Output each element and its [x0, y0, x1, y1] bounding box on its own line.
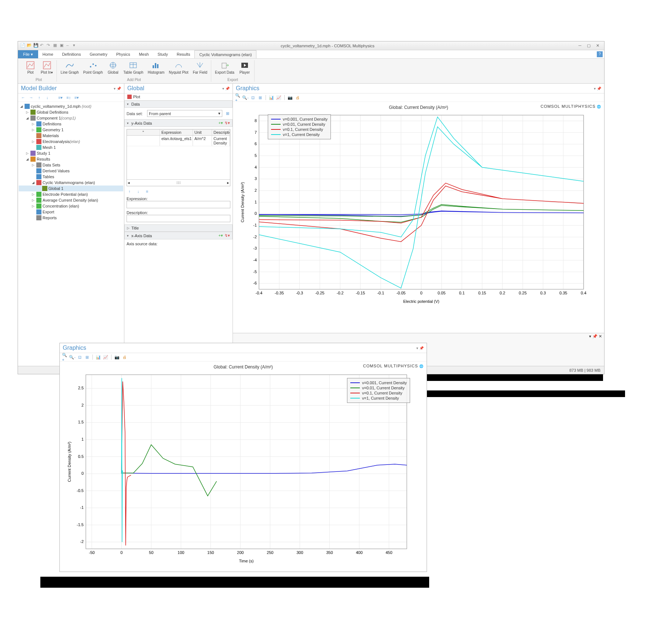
camera-icon: 📷: [114, 354, 120, 360]
ribbon-player[interactable]: Player: [238, 60, 251, 75]
svg-text:2: 2: [81, 403, 84, 407]
menu-results[interactable]: Results: [172, 50, 195, 58]
titlebar: 📄📂💾↶↷▦▣–▾ cyclic_voltammetry_1d.mph - CO…: [18, 41, 604, 50]
move-up-icon[interactable]: ↑: [127, 188, 132, 194]
svg-text:7: 7: [255, 130, 257, 135]
ribbon-histogram[interactable]: Histogram: [147, 60, 165, 75]
window-controls[interactable]: ─▢✕: [576, 43, 602, 48]
svg-text:-0.1: -0.1: [377, 291, 384, 295]
watermark: COMSOL MULTIPHYSICS 🌐: [363, 364, 424, 368]
chart-icon: 📊: [269, 95, 274, 100]
pin-icon[interactable]: ▾ 📌: [594, 87, 601, 91]
main-content: Model Builder▾ 📌 ←→↑↓ ≡▾≡↕≡▾ ◢cyclic_vol…: [18, 84, 604, 366]
help-icon[interactable]: ?: [597, 51, 603, 57]
svg-text:4: 4: [255, 165, 257, 169]
print-icon: 🖨: [121, 354, 127, 360]
dataset-combo[interactable]: From parent▾: [147, 110, 222, 117]
tree-node[interactable]: ◢Results: [19, 156, 123, 162]
pin-icon[interactable]: ▾ 📌: [416, 346, 424, 350]
tree-node[interactable]: Materials: [19, 133, 123, 139]
quick-access-toolbar[interactable]: 📄📂💾↶↷▦▣–▾: [20, 43, 80, 49]
decorative-bar: [427, 374, 603, 381]
tree-node[interactable]: ◢Component 1 (comp1): [19, 115, 123, 121]
menu-definitions[interactable]: Definitions: [58, 50, 85, 58]
file-menu[interactable]: File ▾: [18, 50, 38, 58]
menu-physics[interactable]: Physics: [112, 50, 135, 58]
list-icon: ≡▾: [74, 95, 80, 100]
yaxis-table[interactable]: "ExpressionUnitDescription elan.itotavg_…: [127, 129, 230, 186]
section-yaxis[interactable]: ▾y-Axis Data +▾↯▾: [124, 119, 233, 127]
floating-plot[interactable]: COMSOL MULTIPHYSICS 🌐 Global: Current De…: [60, 361, 427, 572]
svg-text:0.5: 0.5: [78, 454, 84, 459]
model-builder-toolbar[interactable]: ←→↑↓ ≡▾≡↕≡▾: [18, 93, 124, 102]
tree-node[interactable]: ▷Data Sets: [19, 162, 123, 168]
tree-node[interactable]: ▷Average Current Density (elan): [19, 197, 123, 203]
menu-home[interactable]: Home: [38, 50, 58, 58]
delete-icon[interactable]: ≡: [144, 188, 150, 194]
svg-text:0: 0: [81, 471, 84, 476]
floating-toolbar[interactable]: 🔍+🔍-⊡⊞ 📊📈 📷🖨: [60, 353, 427, 361]
section-data[interactable]: ▾Data: [124, 100, 233, 108]
tree-node[interactable]: ▷Study 1: [19, 150, 123, 156]
svg-text:Electric potential (V): Electric potential (V): [403, 299, 439, 304]
ribbon-export-data[interactable]: Export Data: [214, 60, 235, 75]
window-title: cyclic_voltammetry_1d.mph - COMSOL Multi…: [80, 44, 576, 48]
menu-geometry[interactable]: Geometry: [85, 50, 112, 58]
model-tree[interactable]: ◢cyclic_voltammetry_1d.mph (root) ▷Globa…: [18, 102, 124, 366]
ribbon: Plot Plot In▾ Plot Line Graph Point Grap…: [18, 59, 604, 84]
ribbon-plot-button[interactable]: Plot: [24, 60, 37, 75]
menu-mesh[interactable]: Mesh: [135, 50, 153, 58]
graphics-toolbar[interactable]: 🔍+🔍-⊡⊞ 📊📈 📷🖨: [233, 93, 604, 102]
tree-node[interactable]: ▷Global Definitions: [19, 109, 123, 115]
ribbon-nyquist[interactable]: Nyquist Plot: [168, 60, 189, 75]
pin-icon[interactable]: ▾ 📌: [114, 87, 121, 91]
move-down-icon[interactable]: ↓: [135, 188, 141, 194]
description-input[interactable]: [127, 215, 230, 222]
tree-node[interactable]: ▷Concentration (elan): [19, 203, 123, 209]
tree-node[interactable]: Mesh 1: [19, 144, 123, 150]
tree-node[interactable]: Global 1: [19, 186, 123, 191]
svg-text:100: 100: [178, 550, 184, 555]
bottom-panel-controls[interactable]: ▾ 📌 ✕: [589, 334, 602, 365]
svg-text:-0.25: -0.25: [315, 291, 324, 295]
ribbon-far-field[interactable]: Far Field: [192, 60, 208, 75]
tree-node[interactable]: Tables: [19, 174, 123, 180]
tree-node[interactable]: Export: [19, 209, 123, 215]
tree-node[interactable]: Reports: [19, 215, 123, 221]
svg-text:5: 5: [255, 153, 257, 158]
svg-text:-0.05: -0.05: [397, 291, 406, 295]
svg-text:0: 0: [255, 211, 257, 216]
nav-back-icon: ←: [20, 95, 26, 100]
tree-node[interactable]: Derived Values: [19, 168, 123, 174]
ribbon-line-graph[interactable]: Line Graph: [60, 60, 79, 75]
ribbon-global[interactable]: Global: [106, 60, 120, 75]
tree-node[interactable]: ▷Geometry 1: [19, 127, 123, 133]
section-title[interactable]: ▷Title: [124, 224, 233, 232]
svg-text:-3: -3: [253, 246, 257, 250]
section-xaxis[interactable]: ▾x-Axis Data +▾↯▾: [124, 232, 233, 239]
tree-root: ◢cyclic_voltammetry_1d.mph (root): [19, 103, 123, 109]
tree-node[interactable]: ◢Cyclic Voltammograms (elan): [19, 180, 123, 186]
tree-node[interactable]: ▷Electrode Potential (elan): [19, 191, 123, 197]
svg-rect-12: [155, 63, 156, 68]
svg-text:0.35: 0.35: [559, 291, 567, 295]
menu-study[interactable]: Study: [153, 50, 172, 58]
dataset-action-icon[interactable]: ⊞: [224, 111, 230, 117]
tree-node[interactable]: ▷Electroanalysis (elan): [19, 139, 123, 144]
expression-input[interactable]: [127, 201, 230, 208]
svg-text:Time (s): Time (s): [239, 559, 254, 563]
axis-source-label: Axis source data:: [127, 242, 230, 246]
ribbon-group-export: Export Data Player Export: [211, 60, 255, 82]
graphics-panel: Graphics▾ 📌 🔍+🔍-⊡⊞ 📊📈 📷🖨 COMSOL MULTIPHY…: [233, 84, 604, 366]
menu-cyclic-voltammograms[interactable]: Cyclic Voltammograms (elan): [194, 50, 256, 58]
main-plot[interactable]: COMSOL MULTIPHYSICS 🌐 Global: Current De…: [233, 102, 604, 333]
ribbon-plot-in-button[interactable]: Plot In▾: [40, 60, 54, 75]
svg-text:0.15: 0.15: [478, 291, 486, 295]
panel-title: Graphics: [63, 345, 86, 351]
zoom-out-icon: 🔍-: [242, 95, 248, 100]
pin-icon[interactable]: ▾ 📌: [222, 87, 230, 91]
ribbon-table-graph[interactable]: Table Graph: [123, 60, 144, 75]
ribbon-point-graph[interactable]: Point Graph: [83, 60, 103, 75]
chart-svg: -0.4-0.35-0.3-0.25-0.2-0.15-0.1-0.0500.0…: [239, 111, 591, 306]
tree-node[interactable]: ▷Definitions: [19, 121, 123, 127]
